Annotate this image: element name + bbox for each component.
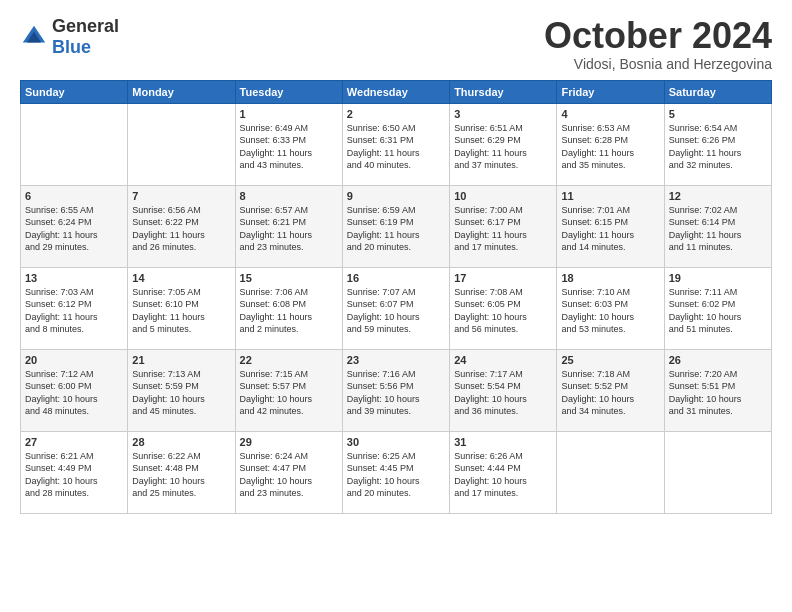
day-number: 14: [132, 272, 230, 284]
day-number: 1: [240, 108, 338, 120]
calendar-cell: [128, 103, 235, 185]
calendar-cell: 25Sunrise: 7:18 AM Sunset: 5:52 PM Dayli…: [557, 349, 664, 431]
day-number: 3: [454, 108, 552, 120]
calendar-cell: 10Sunrise: 7:00 AM Sunset: 6:17 PM Dayli…: [450, 185, 557, 267]
day-info: Sunrise: 6:24 AM Sunset: 4:47 PM Dayligh…: [240, 450, 338, 500]
calendar-cell: 11Sunrise: 7:01 AM Sunset: 6:15 PM Dayli…: [557, 185, 664, 267]
day-number: 24: [454, 354, 552, 366]
col-monday: Monday: [128, 80, 235, 103]
week-row-2: 13Sunrise: 7:03 AM Sunset: 6:12 PM Dayli…: [21, 267, 772, 349]
calendar-cell: 20Sunrise: 7:12 AM Sunset: 6:00 PM Dayli…: [21, 349, 128, 431]
col-thursday: Thursday: [450, 80, 557, 103]
day-number: 6: [25, 190, 123, 202]
calendar-cell: 8Sunrise: 6:57 AM Sunset: 6:21 PM Daylig…: [235, 185, 342, 267]
calendar-cell: 16Sunrise: 7:07 AM Sunset: 6:07 PM Dayli…: [342, 267, 449, 349]
calendar-cell: 22Sunrise: 7:15 AM Sunset: 5:57 PM Dayli…: [235, 349, 342, 431]
calendar-cell: [21, 103, 128, 185]
day-number: 12: [669, 190, 767, 202]
day-info: Sunrise: 7:00 AM Sunset: 6:17 PM Dayligh…: [454, 204, 552, 254]
day-number: 4: [561, 108, 659, 120]
logo-general: General: [52, 16, 119, 36]
calendar-cell: 9Sunrise: 6:59 AM Sunset: 6:19 PM Daylig…: [342, 185, 449, 267]
calendar-cell: 21Sunrise: 7:13 AM Sunset: 5:59 PM Dayli…: [128, 349, 235, 431]
logo: General Blue: [20, 16, 119, 58]
day-number: 22: [240, 354, 338, 366]
calendar-cell: 30Sunrise: 6:25 AM Sunset: 4:45 PM Dayli…: [342, 431, 449, 513]
calendar-cell: [557, 431, 664, 513]
day-number: 30: [347, 436, 445, 448]
header: General Blue October 2024 Vidosi, Bosnia…: [20, 16, 772, 72]
day-number: 20: [25, 354, 123, 366]
day-number: 8: [240, 190, 338, 202]
calendar-cell: 29Sunrise: 6:24 AM Sunset: 4:47 PM Dayli…: [235, 431, 342, 513]
day-info: Sunrise: 7:12 AM Sunset: 6:00 PM Dayligh…: [25, 368, 123, 418]
calendar-cell: 1Sunrise: 6:49 AM Sunset: 6:33 PM Daylig…: [235, 103, 342, 185]
week-row-3: 20Sunrise: 7:12 AM Sunset: 6:00 PM Dayli…: [21, 349, 772, 431]
day-number: 26: [669, 354, 767, 366]
calendar-cell: 17Sunrise: 7:08 AM Sunset: 6:05 PM Dayli…: [450, 267, 557, 349]
calendar-cell: 26Sunrise: 7:20 AM Sunset: 5:51 PM Dayli…: [664, 349, 771, 431]
calendar-cell: 23Sunrise: 7:16 AM Sunset: 5:56 PM Dayli…: [342, 349, 449, 431]
day-info: Sunrise: 6:59 AM Sunset: 6:19 PM Dayligh…: [347, 204, 445, 254]
day-number: 28: [132, 436, 230, 448]
day-number: 15: [240, 272, 338, 284]
day-info: Sunrise: 6:26 AM Sunset: 4:44 PM Dayligh…: [454, 450, 552, 500]
week-row-0: 1Sunrise: 6:49 AM Sunset: 6:33 PM Daylig…: [21, 103, 772, 185]
day-info: Sunrise: 6:56 AM Sunset: 6:22 PM Dayligh…: [132, 204, 230, 254]
calendar-cell: 4Sunrise: 6:53 AM Sunset: 6:28 PM Daylig…: [557, 103, 664, 185]
calendar-cell: 14Sunrise: 7:05 AM Sunset: 6:10 PM Dayli…: [128, 267, 235, 349]
day-info: Sunrise: 7:02 AM Sunset: 6:14 PM Dayligh…: [669, 204, 767, 254]
col-tuesday: Tuesday: [235, 80, 342, 103]
day-info: Sunrise: 6:49 AM Sunset: 6:33 PM Dayligh…: [240, 122, 338, 172]
col-friday: Friday: [557, 80, 664, 103]
day-info: Sunrise: 7:20 AM Sunset: 5:51 PM Dayligh…: [669, 368, 767, 418]
calendar-cell: 3Sunrise: 6:51 AM Sunset: 6:29 PM Daylig…: [450, 103, 557, 185]
day-info: Sunrise: 6:53 AM Sunset: 6:28 PM Dayligh…: [561, 122, 659, 172]
day-number: 16: [347, 272, 445, 284]
day-info: Sunrise: 6:54 AM Sunset: 6:26 PM Dayligh…: [669, 122, 767, 172]
calendar-cell: 24Sunrise: 7:17 AM Sunset: 5:54 PM Dayli…: [450, 349, 557, 431]
calendar-cell: 2Sunrise: 6:50 AM Sunset: 6:31 PM Daylig…: [342, 103, 449, 185]
calendar-cell: 31Sunrise: 6:26 AM Sunset: 4:44 PM Dayli…: [450, 431, 557, 513]
day-number: 9: [347, 190, 445, 202]
page: General Blue October 2024 Vidosi, Bosnia…: [0, 0, 792, 612]
day-info: Sunrise: 7:06 AM Sunset: 6:08 PM Dayligh…: [240, 286, 338, 336]
week-row-1: 6Sunrise: 6:55 AM Sunset: 6:24 PM Daylig…: [21, 185, 772, 267]
day-info: Sunrise: 6:55 AM Sunset: 6:24 PM Dayligh…: [25, 204, 123, 254]
day-number: 19: [669, 272, 767, 284]
day-info: Sunrise: 7:17 AM Sunset: 5:54 PM Dayligh…: [454, 368, 552, 418]
title-block: October 2024 Vidosi, Bosnia and Herzegov…: [544, 16, 772, 72]
col-sunday: Sunday: [21, 80, 128, 103]
day-number: 2: [347, 108, 445, 120]
col-saturday: Saturday: [664, 80, 771, 103]
week-row-4: 27Sunrise: 6:21 AM Sunset: 4:49 PM Dayli…: [21, 431, 772, 513]
day-info: Sunrise: 7:07 AM Sunset: 6:07 PM Dayligh…: [347, 286, 445, 336]
calendar-cell: 12Sunrise: 7:02 AM Sunset: 6:14 PM Dayli…: [664, 185, 771, 267]
calendar-cell: 6Sunrise: 6:55 AM Sunset: 6:24 PM Daylig…: [21, 185, 128, 267]
calendar-cell: 18Sunrise: 7:10 AM Sunset: 6:03 PM Dayli…: [557, 267, 664, 349]
day-info: Sunrise: 6:25 AM Sunset: 4:45 PM Dayligh…: [347, 450, 445, 500]
day-number: 17: [454, 272, 552, 284]
logo-blue: Blue: [52, 37, 91, 57]
day-number: 10: [454, 190, 552, 202]
day-info: Sunrise: 7:05 AM Sunset: 6:10 PM Dayligh…: [132, 286, 230, 336]
day-info: Sunrise: 7:03 AM Sunset: 6:12 PM Dayligh…: [25, 286, 123, 336]
logo-icon: [20, 23, 48, 51]
day-info: Sunrise: 6:51 AM Sunset: 6:29 PM Dayligh…: [454, 122, 552, 172]
calendar-cell: 7Sunrise: 6:56 AM Sunset: 6:22 PM Daylig…: [128, 185, 235, 267]
calendar-cell: 28Sunrise: 6:22 AM Sunset: 4:48 PM Dayli…: [128, 431, 235, 513]
day-number: 18: [561, 272, 659, 284]
logo-text: General Blue: [52, 16, 119, 58]
day-number: 25: [561, 354, 659, 366]
month-title: October 2024: [544, 16, 772, 56]
day-info: Sunrise: 6:50 AM Sunset: 6:31 PM Dayligh…: [347, 122, 445, 172]
day-number: 5: [669, 108, 767, 120]
day-info: Sunrise: 7:10 AM Sunset: 6:03 PM Dayligh…: [561, 286, 659, 336]
calendar-cell: 15Sunrise: 7:06 AM Sunset: 6:08 PM Dayli…: [235, 267, 342, 349]
day-info: Sunrise: 7:01 AM Sunset: 6:15 PM Dayligh…: [561, 204, 659, 254]
day-info: Sunrise: 6:21 AM Sunset: 4:49 PM Dayligh…: [25, 450, 123, 500]
day-info: Sunrise: 7:08 AM Sunset: 6:05 PM Dayligh…: [454, 286, 552, 336]
calendar-cell: [664, 431, 771, 513]
col-wednesday: Wednesday: [342, 80, 449, 103]
day-info: Sunrise: 7:11 AM Sunset: 6:02 PM Dayligh…: [669, 286, 767, 336]
